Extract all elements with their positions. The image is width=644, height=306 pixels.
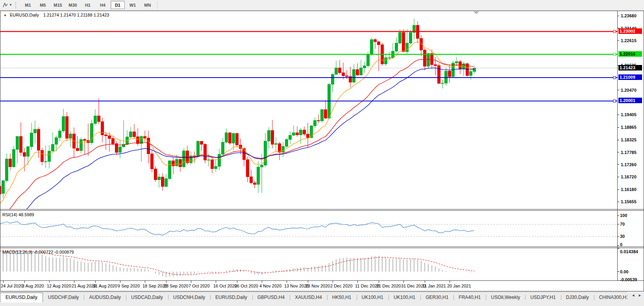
chart-ohlc-values: 1.21274 1.21470 1.21188 1.21423	[43, 13, 109, 17]
current-price-line-price-label: 1.21423	[618, 65, 642, 70]
chart-tab-audusd-daily[interactable]: AUDUSD,Daily	[84, 293, 126, 302]
date-tick-label: 24 Jul 2020	[1, 284, 23, 288]
chart-tab-uk100-h1[interactable]: UK100,H1	[357, 293, 389, 302]
period-button-h1[interactable]: H1	[81, 1, 95, 9]
chevron-down-icon: ▼	[9, 3, 12, 7]
chart-tab-usdjpy-h1[interactable]: USDJPY,H1	[525, 293, 561, 302]
period-button-w1[interactable]: W1	[126, 1, 140, 9]
crosshair-tool-icon	[2, 2, 8, 8]
resistance-line-price-label: 1.23002	[618, 28, 642, 34]
crosshair-tool-button[interactable]: ▼	[1, 2, 14, 9]
period-button-mn[interactable]: MN	[141, 1, 155, 9]
chart-canvas	[0, 0, 644, 306]
mt4-window: { "toolbar": { "periods": ["M1","M5","M1…	[0, 0, 644, 306]
price-tick-label: 1.16180	[621, 187, 637, 192]
price-tick-label: 1.15655	[621, 199, 637, 204]
chart-tab-dj30-daily[interactable]: DJ30,Daily	[561, 293, 594, 302]
price-tick-label: 1.17785	[621, 150, 637, 155]
chart-tab-usdcnh-daily[interactable]: USDCNH,Daily	[168, 293, 210, 302]
period-button-h4[interactable]: H4	[96, 1, 110, 9]
chart-title: ▼ EURUSD,Daily 1.21274 1.21470 1.21188 1…	[4, 13, 109, 17]
rsi-tick-label: 30	[620, 234, 625, 239]
macd-tick-label: -0.00539	[620, 277, 637, 282]
rsi-indicator-label: RSI(14) 48.5989	[2, 212, 34, 217]
macd-tick-label: 0.014384	[620, 249, 638, 254]
date-tick-label: 28 Sep 2020	[164, 284, 188, 288]
date-tick-label: 12 Aug 2020	[47, 284, 71, 288]
chart-tab-uk100-h1[interactable]: UK100,H1	[389, 293, 420, 302]
rsi-tick-label: 100	[620, 213, 627, 218]
chart-tab-eurusd-daily[interactable]: EURUSD,Daily	[0, 293, 43, 302]
period-buttons: M1M5M15M30H1H4D1W1MN	[20, 1, 155, 9]
price-tick-label: 1.18865	[621, 125, 637, 130]
period-button-m1[interactable]: M1	[21, 1, 35, 9]
line-handle[interactable]	[613, 30, 616, 33]
period-button-m5[interactable]: M5	[36, 1, 50, 9]
chart-tab-usdchf-daily[interactable]: USDCHF,Daily	[43, 293, 84, 302]
toolbar-separator	[157, 2, 157, 9]
date-tick-label: 26 Oct 2020	[235, 284, 258, 288]
price-tick-label: 1.22615	[621, 38, 637, 43]
date-tick-label: 11 Jan 2021	[422, 284, 446, 288]
date-tick-label: 7 Oct 2020	[189, 284, 210, 288]
timeframe-toolbar: ▼ M1M5M15M30H1H4D1W1MN	[0, 0, 644, 10]
price-tick-label: 1.17260	[621, 162, 637, 167]
chart-tab-bar: EURUSD,DailyUSDCHF,DailyAUDUSD,DailyUSDC…	[0, 292, 644, 306]
rsi-tick-label: 0	[620, 242, 622, 247]
tab-scroll-right-icon[interactable]: ►	[638, 293, 642, 304]
line-handle[interactable]	[613, 53, 616, 56]
date-tick-label: 3 Aug 2020	[22, 284, 44, 288]
macd-tick-label: 0.00	[620, 269, 628, 274]
date-tick-label: 23 Nov 2020	[305, 284, 330, 288]
date-tick-label: 21 Dec 2020	[376, 284, 401, 288]
macd-indicator-label: MACD(12,26,9) -0.000722 -0.000879	[2, 250, 74, 254]
support-line-price-label: 1.20001	[618, 98, 642, 103]
chart-tab-usdcad-daily[interactable]: USDCAD,Daily	[126, 293, 168, 302]
date-tick-label: 2 Dec 2020	[330, 284, 352, 288]
date-tick-label: 4 Nov 2020	[259, 284, 281, 288]
line-handle[interactable]	[613, 76, 616, 79]
tab-scroll-buttons: ◄ ►	[627, 292, 644, 304]
line-handle[interactable]	[613, 100, 616, 102]
price-tick-label: 1.18325	[621, 137, 637, 142]
date-tick-label: 16 Oct 2020	[213, 284, 237, 288]
price-tick-label: 1.16720	[621, 174, 637, 179]
date-tick-label: 31 Aug 2020	[93, 284, 117, 288]
support-line-price-label: 1.21009	[618, 74, 642, 80]
chart-tab-ger30-h1[interactable]: GER30,H1	[420, 293, 453, 302]
chart-tab-hk50-h1[interactable]: HK50,H1	[327, 293, 357, 302]
date-tick-label: 11 Dec 2020	[355, 284, 379, 288]
date-tick-label: 20 Jan 2021	[447, 284, 471, 288]
chart-symbol-label: EURUSD,Daily	[10, 13, 39, 17]
period-button-d1[interactable]: D1	[111, 1, 125, 9]
chart-context-arrow-icon[interactable]: ▼	[4, 14, 7, 17]
price-tick-label: 1.20470	[621, 88, 637, 93]
chart-tab-gbpusd-h4[interactable]: GBPUSD,H4	[252, 293, 290, 302]
price-tick-label: 1.19405	[621, 112, 637, 117]
chart-tab-fra40-h1[interactable]: FRA40,H1	[453, 293, 486, 302]
chart-tab-xauusd-h4[interactable]: XAUUSD,H4	[290, 293, 327, 302]
period-button-m15[interactable]: M15	[51, 1, 65, 9]
price-tick-label: 1.23680	[621, 13, 637, 18]
tab-scroll-left-icon[interactable]: ◄	[631, 293, 635, 304]
chart-tab-usoil-weekly[interactable]: USOil,Weekly	[486, 293, 525, 302]
date-tick-label: 9 Sep 2020	[118, 284, 140, 288]
period-button-m30[interactable]: M30	[66, 1, 80, 9]
rsi-tick-label: 70	[620, 222, 625, 226]
support-line-price-label: 1.22016	[618, 51, 642, 57]
toolbar-grip	[15, 2, 18, 8]
chart-background	[0, 11, 644, 292]
chart-tab-eurusd-daily[interactable]: EURUSD,Daily	[210, 293, 252, 302]
date-tick-label: 21 Aug 2020	[72, 284, 96, 288]
